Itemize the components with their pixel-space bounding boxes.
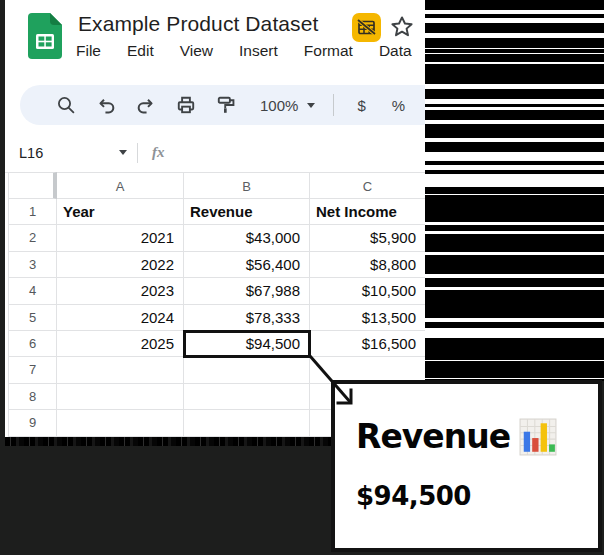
row-header-3[interactable]: 3	[8, 252, 57, 278]
column-header-b[interactable]: B	[184, 172, 310, 199]
row-header-4[interactable]: 4	[8, 278, 57, 304]
cell-a1[interactable]: Year	[57, 199, 184, 225]
menu-file[interactable]: File	[76, 42, 101, 60]
callout-title: Revenue	[356, 417, 510, 456]
cell-a7[interactable]	[57, 357, 184, 383]
row-header-6[interactable]: 6	[8, 331, 57, 357]
format-percent-button[interactable]: %	[392, 97, 405, 114]
toolbar-divider	[333, 94, 334, 116]
cell-b5[interactable]: $78,333	[184, 305, 310, 331]
menu-insert[interactable]: Insert	[239, 42, 278, 60]
paint-format-icon[interactable]	[216, 95, 236, 115]
cell-a8[interactable]	[57, 384, 184, 410]
cell-a9[interactable]	[57, 410, 184, 436]
table-row: 2 2021 $43,000 $5,900	[8, 225, 425, 251]
column-header-a[interactable]: A	[57, 172, 184, 199]
menu-edit[interactable]: Edit	[127, 42, 154, 60]
cell-a2[interactable]: 2021	[57, 225, 184, 251]
print-icon[interactable]	[176, 95, 196, 115]
cell-c1[interactable]: Net Income	[310, 199, 425, 225]
cell-c4[interactable]: $10,500	[310, 278, 425, 304]
formula-bar-divider	[137, 143, 138, 163]
menu-bar: File Edit View Insert Format Data	[76, 42, 412, 60]
formula-bar: L16 fx	[5, 133, 425, 173]
column-header-c[interactable]: C	[310, 172, 425, 199]
bar-chart-emoji-icon	[519, 418, 557, 456]
table-slash-badge-icon[interactable]	[352, 13, 381, 42]
star-icon[interactable]	[390, 15, 414, 39]
cell-a6[interactable]: 2025	[57, 331, 184, 357]
search-icon[interactable]	[56, 95, 76, 115]
cell-c3[interactable]: $8,800	[310, 252, 425, 278]
chevron-down-icon	[119, 150, 127, 155]
zoom-control[interactable]: 100%	[260, 97, 315, 114]
callout-value: $94,500	[356, 481, 471, 511]
row-header-7[interactable]: 7	[8, 357, 57, 383]
cell-c2[interactable]: $5,900	[310, 225, 425, 251]
row-header-1[interactable]: 1	[8, 199, 57, 225]
name-box-value: L16	[19, 145, 43, 161]
row-header-5[interactable]: 5	[8, 305, 57, 331]
cell-c5[interactable]: $13,500	[310, 305, 425, 331]
cell-a3[interactable]: 2022	[57, 252, 184, 278]
cell-b1[interactable]: Revenue	[184, 199, 310, 225]
cell-a4[interactable]: 2023	[57, 278, 184, 304]
document-title[interactable]: Example Product Dataset	[78, 12, 318, 36]
table-row: 4 2023 $67,988 $10,500	[8, 278, 425, 304]
menu-format[interactable]: Format	[304, 42, 353, 60]
table-row: 3 2022 $56,400 $8,800	[8, 252, 425, 278]
menu-data[interactable]: Data	[379, 42, 412, 60]
sheets-app-window: Example Product Dataset File Edit View I…	[5, 0, 425, 437]
redo-icon[interactable]	[136, 95, 156, 115]
cell-b4[interactable]: $67,988	[184, 278, 310, 304]
undo-icon[interactable]	[96, 95, 116, 115]
row-header-2[interactable]: 2	[8, 225, 57, 251]
chevron-down-icon	[307, 103, 315, 108]
fx-icon: fx	[152, 144, 165, 161]
column-header-row: A B C	[8, 172, 425, 199]
table-row: 6 2025 $94,500 $16,500	[8, 331, 425, 357]
row-header-8[interactable]: 8	[8, 384, 57, 410]
cell-c6[interactable]: $16,500	[310, 331, 425, 357]
sheets-logo-icon[interactable]	[28, 13, 62, 59]
cell-b9[interactable]	[184, 410, 310, 436]
cell-b7[interactable]	[184, 357, 310, 383]
menu-view[interactable]: View	[180, 42, 213, 60]
name-box[interactable]: L16	[5, 145, 137, 161]
revenue-callout-popup: Revenue $94,500	[331, 380, 602, 552]
zoom-value: 100%	[260, 97, 298, 114]
row-header-9[interactable]: 9	[8, 410, 57, 436]
table-row: 5 2024 $78,333 $13,500	[8, 305, 425, 331]
format-currency-button[interactable]: $	[357, 97, 365, 114]
selected-cell-b6[interactable]: $94,500	[184, 331, 310, 357]
glitch-noise-region	[425, 0, 604, 381]
table-row: 1 Year Revenue Net Income	[8, 199, 425, 225]
cell-b2[interactable]: $43,000	[184, 225, 310, 251]
cell-a5[interactable]: 2024	[57, 305, 184, 331]
cell-b8[interactable]	[184, 384, 310, 410]
select-all-corner[interactable]	[8, 172, 57, 199]
cell-b3[interactable]: $56,400	[184, 252, 310, 278]
toolbar: 100% $ %	[20, 85, 425, 125]
